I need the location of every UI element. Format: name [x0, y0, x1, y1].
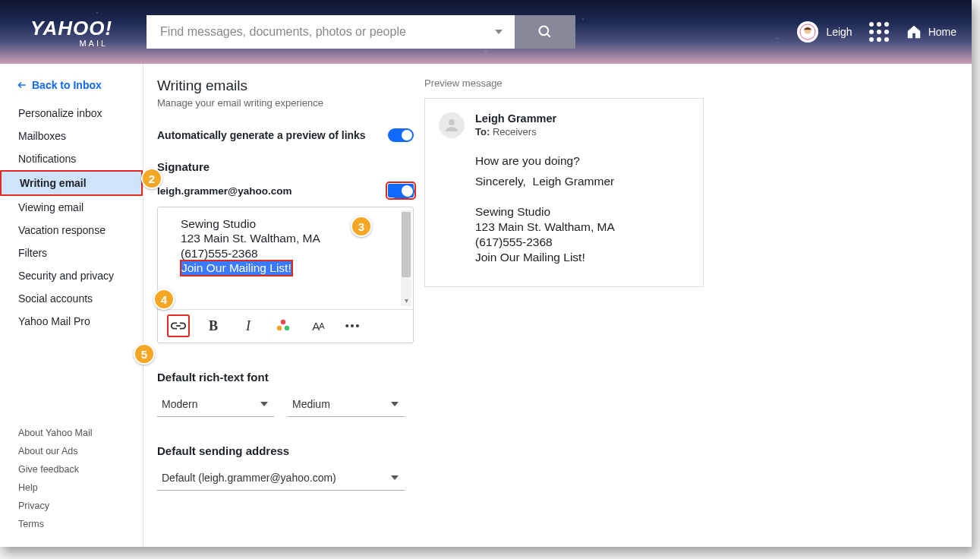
- scrollbar[interactable]: ▾: [401, 210, 411, 306]
- sidebar-footer: About Yahoo Mail About our Ads Give feed…: [0, 424, 143, 547]
- bold-button[interactable]: B: [203, 316, 223, 336]
- sidebar-item-notifications[interactable]: Notifications: [0, 147, 143, 170]
- signature-toolbar: B I AA •••: [158, 309, 413, 343]
- signature-textarea[interactable]: Sewing Studio 123 Main St. Waltham, MA (…: [158, 207, 413, 309]
- person-icon: [443, 116, 461, 134]
- page-title: Writing emails: [157, 77, 414, 94]
- footer-link[interactable]: Help: [18, 478, 143, 497]
- footer-link[interactable]: Privacy: [18, 497, 143, 515]
- sidebar-item-viewing-email[interactable]: Viewing email: [0, 196, 143, 219]
- link-icon: [170, 321, 187, 331]
- home-icon: [906, 24, 922, 40]
- search-icon: [537, 24, 553, 39]
- avatar-placeholder: [439, 112, 465, 138]
- signature-toggle[interactable]: [388, 184, 414, 197]
- scrollbar-thumb[interactable]: [402, 212, 411, 277]
- svg-point-9: [449, 119, 455, 125]
- sidebar-item-mailboxes[interactable]: Mailboxes: [0, 125, 143, 147]
- footer-link[interactable]: About Yahoo Mail: [18, 424, 143, 442]
- preview-from: Leigh Grammer: [475, 112, 556, 125]
- callout-badge-5: 5: [134, 343, 155, 365]
- signature-line: (617)555-2368: [181, 246, 392, 261]
- preview-body: How are you doing? Sincerely, Leigh Gram…: [475, 152, 688, 265]
- sending-address-select[interactable]: Default (leigh.grammer@yahoo.com): [157, 466, 405, 491]
- search-input[interactable]: [147, 15, 515, 49]
- arrow-left-icon: [17, 80, 27, 90]
- settings-panel: Writing emails Manage your email writing…: [143, 64, 424, 547]
- signature-account-email: leigh.grammer@yahoo.com: [157, 185, 388, 197]
- preview-to: To: Receivers: [475, 126, 556, 137]
- svg-line-1: [547, 34, 550, 37]
- sidebar-item-writing-email[interactable]: Writing email: [0, 170, 143, 196]
- auto-preview-label: Automatically generate a preview of link…: [157, 129, 388, 141]
- home-label: Home: [928, 26, 956, 38]
- footer-link[interactable]: Give feedback: [18, 460, 143, 478]
- signature-editor: Sewing Studio 123 Main St. Waltham, MA (…: [157, 207, 414, 343]
- text-color-button[interactable]: [273, 316, 293, 336]
- font-size-button[interactable]: AA: [308, 316, 328, 336]
- footer-link[interactable]: Terms: [18, 515, 143, 533]
- yahoo-mail-logo[interactable]: YAHOO MAIL: [30, 17, 112, 48]
- svg-point-6: [281, 320, 285, 324]
- back-to-inbox-link[interactable]: Back to Inbox: [0, 79, 143, 102]
- preview-label: Preview message: [424, 77, 704, 89]
- chevron-down-icon[interactable]: ▾: [401, 295, 411, 306]
- preview-message-card: Leigh Grammer To: Receivers How are you …: [424, 98, 704, 287]
- settings-sidebar: Back to Inbox Personalize inbox Mailboxe…: [0, 64, 143, 547]
- signature-heading: Signature: [157, 160, 414, 173]
- account-menu[interactable]: Leigh: [797, 21, 852, 43]
- callout-badge-2: 2: [141, 168, 162, 189]
- font-section-heading: Default rich-text font: [157, 371, 414, 384]
- auto-preview-toggle[interactable]: [388, 128, 414, 142]
- sidebar-item-social[interactable]: Social accounts: [0, 287, 143, 310]
- color-dots-icon: [276, 319, 291, 333]
- app-header: YAHOO MAIL Leigh Home: [0, 0, 972, 64]
- sending-address-heading: Default sending address: [157, 444, 414, 457]
- svg-point-0: [540, 27, 549, 36]
- callout-badge-4: 4: [153, 289, 175, 310]
- home-button[interactable]: Home: [906, 24, 956, 40]
- sidebar-item-vacation[interactable]: Vacation response: [0, 219, 143, 242]
- font-size-select[interactable]: Medium: [288, 393, 405, 417]
- svg-point-7: [277, 326, 282, 330]
- sidebar-item-personalize[interactable]: Personalize inbox: [0, 102, 143, 125]
- sidebar-item-filters[interactable]: Filters: [0, 242, 143, 264]
- apps-grid-icon[interactable]: [869, 22, 889, 42]
- user-name: Leigh: [826, 26, 852, 38]
- sidebar-item-pro[interactable]: Yahoo Mail Pro: [0, 310, 143, 333]
- sidebar-item-security[interactable]: Security and privacy: [0, 264, 143, 287]
- search-button[interactable]: [515, 15, 575, 49]
- signature-selected-text[interactable]: Join Our Mailing List!: [181, 261, 292, 275]
- more-button[interactable]: •••: [343, 316, 363, 336]
- avatar: [797, 21, 818, 43]
- insert-link-button[interactable]: [169, 316, 188, 336]
- page-subtitle: Manage your email writing experience: [157, 97, 414, 109]
- italic-button[interactable]: I: [238, 316, 258, 336]
- font-face-select[interactable]: Modern: [157, 393, 274, 417]
- callout-badge-3: 3: [351, 216, 372, 237]
- svg-point-8: [285, 326, 289, 330]
- search-bar: [147, 15, 575, 49]
- preview-panel: Preview message Leigh Grammer To: Receiv…: [424, 64, 704, 547]
- footer-link[interactable]: About our Ads: [18, 442, 143, 460]
